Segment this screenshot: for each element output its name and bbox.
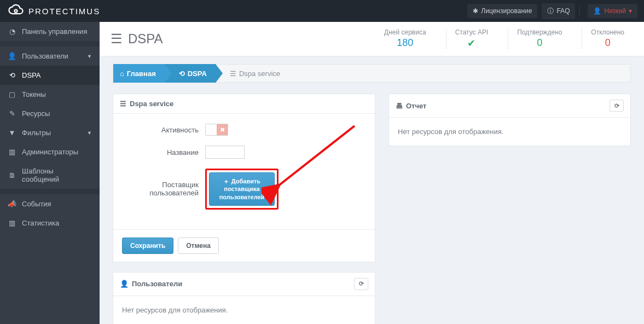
close-icon: ✖ bbox=[217, 124, 228, 135]
panel-title: Dspa service bbox=[130, 100, 173, 108]
empty-message: Нет ресурсов для отображения. bbox=[398, 128, 622, 136]
separator bbox=[579, 6, 580, 16]
page-title: ☰DSPA bbox=[111, 31, 375, 47]
refresh-button[interactable]: ⟳ bbox=[610, 100, 624, 112]
add-provider-button[interactable]: ＋Добавить поставщика пользователей bbox=[209, 172, 275, 206]
stat-api: Статус API✔ bbox=[446, 28, 497, 49]
sidebar-item-stats[interactable]: ▥Статистика bbox=[0, 213, 100, 233]
megaphone-icon: 📣 bbox=[8, 200, 16, 208]
panel-title: Пользователи bbox=[132, 280, 182, 288]
sidebar: ◔Панель управления 👤Пользователи▼ ⟲DSPA … bbox=[0, 22, 100, 324]
home-icon: ⌂ bbox=[120, 70, 124, 78]
faq-button[interactable]: ⓘFAQ bbox=[542, 3, 575, 19]
empty-message: Нет ресурсов для отображения. bbox=[122, 306, 366, 314]
chevron-down-icon: ▼ bbox=[87, 130, 92, 136]
stat-rejected: Отклонено0 bbox=[582, 28, 633, 49]
funnel-icon: ▼ bbox=[8, 129, 16, 137]
panel-users: 👤Пользователи⟳ Нет ресурсов для отображе… bbox=[113, 272, 375, 324]
label-activity: Активность bbox=[122, 126, 199, 134]
highlight-box: ＋Добавить поставщика пользователей bbox=[205, 169, 279, 210]
list-icon: ☰ bbox=[111, 31, 123, 47]
gear-icon: ✱ bbox=[473, 7, 478, 15]
info-icon: ⓘ bbox=[547, 7, 554, 16]
licensing-button[interactable]: ✱Лицензирование bbox=[467, 4, 537, 18]
sidebar-item-templates[interactable]: 🗎Шаблоны сообщений bbox=[0, 161, 100, 189]
stat-days: Дней сервиса180 bbox=[375, 28, 435, 49]
panel-report: 🖶Отчет⟳ Нет ресурсов для отображения. bbox=[388, 94, 631, 146]
stat-confirmed: Подтверждено0 bbox=[508, 28, 571, 49]
sidebar-item-dashboard[interactable]: ◔Панель управления bbox=[0, 22, 100, 41]
cancel-button[interactable]: Отмена bbox=[178, 238, 219, 254]
user-menu[interactable]: 👤Низкий▾ bbox=[588, 4, 637, 18]
breadcrumb-leaf: ☰Dspa service bbox=[216, 64, 289, 83]
panel-title: Отчет bbox=[406, 102, 426, 110]
sidebar-item-users[interactable]: 👤Пользователи▼ bbox=[0, 47, 100, 66]
brand-text: PROTECTIMUS bbox=[28, 7, 100, 16]
user-icon: 👤 bbox=[8, 52, 16, 60]
device-icon: ▢ bbox=[8, 90, 16, 99]
cloud-logo-icon bbox=[8, 3, 24, 19]
activity-toggle[interactable]: ✖ bbox=[205, 124, 228, 136]
list-icon: ☰ bbox=[230, 70, 236, 78]
list-icon: ☰ bbox=[120, 100, 126, 108]
breadcrumb: ⌂Главная ⟲DSPA ☰Dspa service bbox=[113, 64, 631, 83]
breadcrumb-dspa[interactable]: ⟲DSPA bbox=[165, 64, 216, 83]
panel-service: ☰Dspa service Активность ✖ Название bbox=[113, 94, 375, 262]
sidebar-item-dspa[interactable]: ⟲DSPA bbox=[0, 66, 100, 85]
refresh-button[interactable]: ⟳ bbox=[354, 278, 368, 290]
sync-icon: ⟲ bbox=[179, 70, 185, 78]
user-icon: 👤 bbox=[593, 7, 601, 15]
user-icon: 👤 bbox=[120, 280, 129, 288]
sidebar-item-filters[interactable]: ▼Фильтры▼ bbox=[0, 123, 100, 142]
breadcrumb-home[interactable]: ⌂Главная bbox=[113, 64, 165, 83]
brand-logo: PROTECTIMUS bbox=[0, 3, 464, 19]
label-provider: Поставщик пользователей bbox=[122, 181, 199, 197]
doc-icon: 🗎 bbox=[8, 171, 16, 180]
bars-icon: ▥ bbox=[8, 219, 16, 227]
sidebar-item-tokens[interactable]: ▢Токены bbox=[0, 85, 100, 104]
label-name: Название bbox=[122, 148, 199, 157]
sidebar-item-resources[interactable]: ✎Ресурсы bbox=[0, 104, 100, 123]
chevron-down-icon: ▾ bbox=[629, 7, 632, 15]
dashboard-icon: ◔ bbox=[8, 27, 16, 36]
sidebar-item-events[interactable]: 📣События bbox=[0, 194, 100, 213]
print-icon: 🖶 bbox=[396, 102, 403, 110]
save-button[interactable]: Сохранить bbox=[122, 238, 173, 254]
sync-icon: ⟲ bbox=[8, 71, 16, 79]
bars-icon: ▥ bbox=[8, 148, 16, 156]
edit-icon: ✎ bbox=[8, 109, 16, 118]
sidebar-item-admins[interactable]: ▥Администраторы bbox=[0, 142, 100, 161]
plus-icon: ＋ bbox=[223, 177, 229, 185]
name-input[interactable] bbox=[205, 146, 245, 159]
chevron-down-icon: ▼ bbox=[87, 54, 92, 59]
